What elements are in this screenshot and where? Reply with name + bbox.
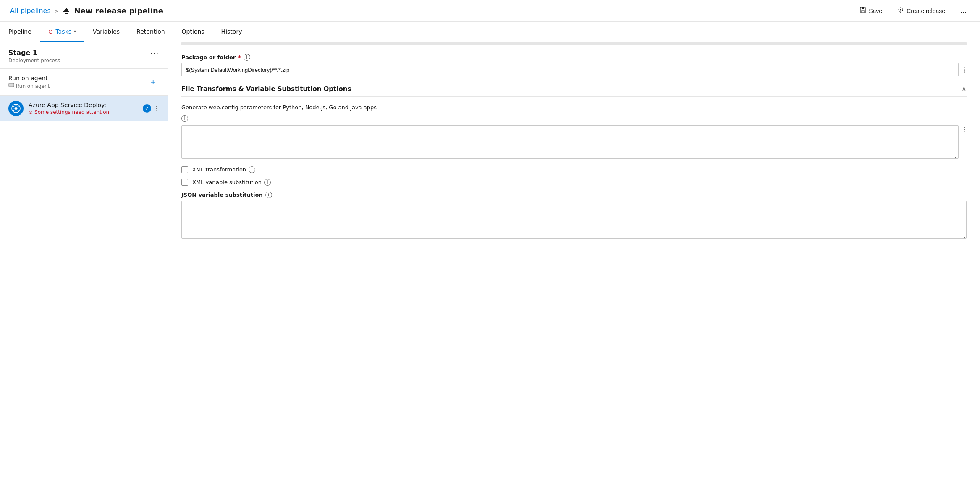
generate-webconfig-info-icon[interactable]: i	[181, 115, 188, 122]
task-check-icon: ✓	[143, 104, 151, 113]
xml-variable-checkbox[interactable]	[181, 179, 188, 186]
run-on-agent-title: Run on agent	[8, 75, 50, 82]
gdot3	[964, 131, 965, 132]
json-variable-textarea[interactable]	[181, 201, 967, 239]
required-star: *	[238, 54, 241, 61]
xml-transformation-row: XML transformation i	[181, 166, 967, 173]
svg-rect-4	[862, 7, 864, 9]
tasks-warning-icon: ⊙	[48, 28, 53, 35]
json-variable-info-icon[interactable]: i	[265, 192, 272, 198]
package-input[interactable]	[181, 63, 959, 76]
svg-marker-1	[64, 8, 69, 11]
add-task-button[interactable]: +	[147, 77, 159, 88]
svg-rect-0	[63, 11, 69, 12]
generate-webconfig-more-button[interactable]	[962, 125, 967, 134]
generate-webconfig-field: Generate web.config parameters for Pytho…	[181, 103, 967, 159]
save-icon	[859, 7, 866, 15]
package-folder-field: Package or folder * i	[181, 54, 967, 76]
generate-webconfig-textarea[interactable]	[181, 125, 959, 159]
header-actions: Save Create release ...	[856, 5, 970, 17]
package-more-button[interactable]	[962, 66, 967, 74]
pipeline-icon	[62, 7, 71, 15]
tab-pipeline-label: Pipeline	[8, 28, 31, 35]
run-on-agent-section: Run on agent Run on agent +	[0, 69, 168, 96]
generate-webconfig-description: Generate web.config parameters for Pytho…	[181, 103, 967, 112]
collapse-button[interactable]: ∧	[962, 85, 967, 93]
tab-history[interactable]: History	[213, 22, 251, 42]
svg-rect-5	[861, 11, 865, 13]
agent-icon	[8, 82, 14, 89]
warning-icon: ⊙	[29, 109, 33, 115]
package-info-icon[interactable]: i	[244, 54, 250, 61]
svg-point-11	[15, 107, 17, 110]
tab-variables[interactable]: Variables	[84, 22, 128, 42]
azure-task-icon	[8, 101, 24, 116]
run-on-agent-info: Run on agent Run on agent	[8, 75, 50, 89]
create-release-button[interactable]: Create release	[894, 5, 949, 16]
tab-options[interactable]: Options	[173, 22, 213, 42]
header-left: All pipelines > New release pipeline	[10, 6, 163, 15]
tab-pipeline[interactable]: Pipeline	[0, 22, 40, 42]
gdot2	[964, 129, 965, 130]
package-label: Package or folder * i	[181, 54, 967, 61]
generate-webconfig-info-row: i	[181, 115, 967, 122]
dot1	[156, 106, 157, 107]
json-variable-label-row: JSON variable substitution i	[181, 192, 967, 198]
dot3	[156, 110, 157, 111]
tab-tasks-label: Tasks	[56, 28, 72, 35]
left-panel: Stage 1 Deployment process ··· Run on ag…	[0, 42, 168, 479]
task-name: Azure App Service Deploy:	[29, 102, 138, 108]
json-variable-section: JSON variable substitution i	[181, 192, 967, 240]
save-button[interactable]: Save	[856, 5, 886, 16]
tab-history-label: History	[221, 28, 242, 35]
task-info: Azure App Service Deploy: ⊙ Some setting…	[29, 102, 138, 115]
svg-rect-9	[10, 87, 13, 87]
rocket-icon	[897, 7, 904, 15]
idot1	[964, 67, 965, 68]
run-on-agent-sub: Run on agent	[8, 82, 50, 89]
stage-title: Stage 1	[8, 49, 60, 57]
tab-retention-label: Retention	[136, 28, 165, 35]
top-border-indicator	[181, 42, 967, 45]
save-label: Save	[869, 8, 882, 14]
breadcrumb-separator: >	[54, 8, 59, 14]
xml-variable-info-icon[interactable]: i	[264, 179, 271, 186]
header: All pipelines > New release pipeline Sav…	[0, 0, 980, 22]
task-warning-text: Some settings need attention	[34, 109, 109, 115]
task-more-button[interactable]	[155, 104, 159, 113]
xml-transform-info-icon[interactable]: i	[249, 166, 255, 173]
xml-variable-label[interactable]: XML variable substitution i	[192, 179, 271, 186]
nav-tabs: Pipeline ⊙ Tasks ▾ Variables Retention O…	[0, 22, 980, 42]
file-transforms-section-header: File Transforms & Variable Substitution …	[181, 85, 967, 97]
svg-rect-2	[65, 13, 68, 14]
svg-rect-8	[9, 84, 13, 86]
tab-options-label: Options	[182, 28, 204, 35]
azure-task-item[interactable]: Azure App Service Deploy: ⊙ Some setting…	[0, 96, 168, 121]
tab-tasks[interactable]: ⊙ Tasks ▾	[40, 22, 84, 42]
tab-retention[interactable]: Retention	[128, 22, 173, 42]
stage-info: Stage 1 Deployment process	[8, 49, 60, 63]
xml-variable-row: XML variable substitution i	[181, 179, 967, 186]
xml-transformation-checkbox[interactable]	[181, 166, 188, 173]
dot2	[156, 108, 157, 109]
idot2	[964, 69, 965, 71]
stage-more-button[interactable]: ···	[150, 49, 159, 58]
breadcrumb-all-pipelines[interactable]: All pipelines	[10, 7, 51, 15]
svg-point-6	[900, 9, 901, 11]
gdot1	[964, 127, 965, 128]
xml-transformation-label[interactable]: XML transformation i	[192, 166, 255, 173]
stage-subtitle: Deployment process	[8, 58, 60, 63]
header-more-button[interactable]: ...	[957, 5, 970, 17]
idot3	[964, 71, 965, 73]
pipeline-title: New release pipeline	[74, 6, 163, 15]
package-field-row	[181, 63, 967, 76]
task-actions: ✓	[143, 104, 159, 113]
tab-variables-label: Variables	[93, 28, 120, 35]
right-panel: Package or folder * i File Transforms & …	[168, 42, 980, 479]
create-release-label: Create release	[907, 8, 945, 14]
main-layout: Stage 1 Deployment process ··· Run on ag…	[0, 42, 980, 479]
generate-webconfig-textarea-row	[181, 125, 967, 159]
file-transforms-title: File Transforms & Variable Substitution …	[181, 85, 351, 93]
tasks-chevron-icon: ▾	[74, 29, 76, 34]
stage-header: Stage 1 Deployment process ···	[0, 42, 168, 69]
